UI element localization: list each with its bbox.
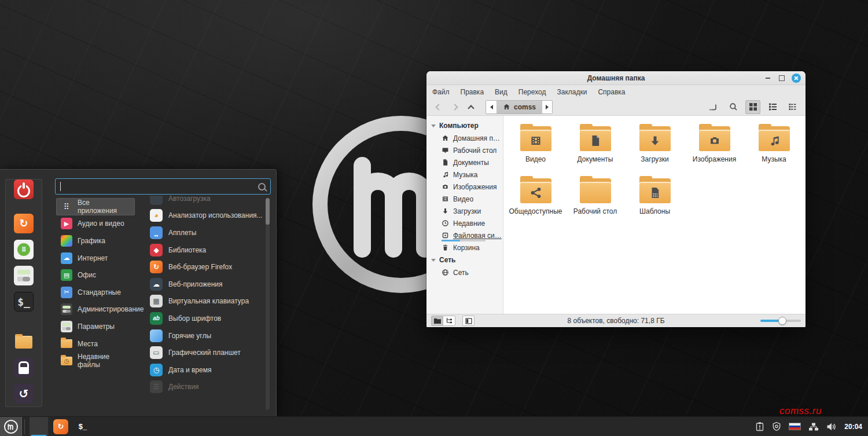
category-item[interactable]: ▶ Аудио и видео — [56, 215, 135, 233]
sidebar-place-item[interactable]: Видео — [426, 193, 503, 205]
panel-launcher[interactable]: ↻ — [52, 417, 70, 436]
category-item[interactable]: Параметры — [56, 318, 135, 335]
network-icon[interactable] — [808, 422, 819, 431]
place-icon — [442, 269, 449, 276]
application-item[interactable]: ▭ Графический планшет — [148, 344, 263, 361]
application-item[interactable]: ◆ Библиотека — [148, 241, 263, 259]
sidebar-section-network[interactable]: Сеть — [426, 254, 503, 266]
sidebar-place-item[interactable]: Рабочий стол — [426, 144, 503, 156]
mint-menu-button[interactable] — [0, 417, 22, 436]
menubar-item[interactable]: Правка — [461, 88, 484, 96]
application-item[interactable]: ◷ Дата и время — [148, 361, 263, 379]
file-view[interactable]: Видео Документы — [503, 116, 806, 314]
category-item[interactable]: Администрирование — [56, 301, 135, 318]
favorite-button[interactable] — [14, 266, 34, 285]
panel-launcher[interactable] — [30, 417, 48, 436]
clipboard-icon[interactable] — [755, 422, 764, 431]
search-input[interactable] — [60, 182, 258, 191]
application-item[interactable]: ↻ Веб-браузер Firefox — [148, 258, 263, 276]
chevron-down-icon[interactable] — [431, 259, 436, 262]
menubar-item[interactable]: Переход — [518, 88, 546, 96]
folder-tile[interactable]: Общедоступные — [506, 178, 565, 215]
sidebar-place-item[interactable]: Файловая си… — [426, 229, 503, 241]
sidebar-network-item[interactable]: Сеть — [426, 266, 503, 279]
category-item[interactable]: ✂ Стандартные — [56, 284, 135, 301]
scrollbar-thumb[interactable] — [266, 198, 270, 225]
menubar-item[interactable]: Справка — [598, 88, 625, 96]
breadcrumb-home-segment[interactable]: comss — [496, 101, 542, 113]
scrollbar[interactable] — [266, 198, 270, 410]
category-item[interactable]: Места — [56, 335, 135, 353]
application-item[interactable]: ▦ Виртуальная клавиатура — [148, 293, 263, 310]
category-item[interactable]: Графика — [56, 232, 135, 250]
application-item[interactable]: ab Выбор шрифтов — [148, 310, 263, 327]
category-icon: ▶ — [61, 218, 72, 229]
folder-tile[interactable]: Шаблоны — [625, 178, 685, 215]
minimize-button[interactable] — [764, 74, 772, 82]
folder-icon — [580, 126, 611, 151]
favorite-button[interactable] — [14, 358, 34, 378]
sidebar-place-item[interactable]: Музыка — [426, 168, 503, 181]
folder-emblem-icon — [589, 134, 602, 147]
folder-tile[interactable]: Видео — [506, 126, 565, 163]
favorite-button[interactable]: $_ — [14, 292, 34, 312]
list-view-button[interactable] — [765, 100, 780, 114]
chevron-down-icon[interactable] — [431, 124, 436, 127]
zoom-slider[interactable] — [760, 317, 801, 325]
places-sidebar: Компьютер Домашняя п… Рабочий стол — [426, 116, 503, 314]
panel-launcher[interactable]: $_ — [73, 417, 92, 436]
folder-tile[interactable]: Музыка — [744, 126, 804, 163]
application-item[interactable]: Автозагрузка — [148, 196, 263, 207]
window-titlebar[interactable]: Домашняя папка — [426, 71, 806, 85]
maximize-button[interactable] — [778, 74, 786, 82]
category-item[interactable]: ⠿ Все приложения — [56, 198, 135, 215]
folder-icon — [639, 178, 671, 203]
application-icon: ▭ — [150, 346, 163, 359]
panel-clock[interactable]: 20:04 — [844, 423, 862, 431]
back-button[interactable] — [432, 101, 445, 113]
menubar-item[interactable]: Файл — [432, 88, 450, 96]
favorite-button[interactable] — [14, 240, 34, 259]
forward-button[interactable] — [448, 101, 461, 113]
search-box[interactable] — [55, 178, 271, 195]
application-item[interactable]: ⣀ Апплеты — [148, 224, 263, 241]
breadcrumb-left-icon[interactable] — [486, 101, 496, 113]
up-button[interactable] — [465, 101, 477, 113]
sidebar-place-item[interactable]: Домашняя п… — [426, 132, 503, 144]
favorite-button[interactable]: ↺ — [14, 384, 34, 404]
application-item[interactable]: Горячие углы — [148, 327, 263, 345]
volume-icon[interactable] — [826, 422, 837, 431]
sidebar-place-item[interactable]: Документы — [426, 156, 503, 168]
menubar-item[interactable]: Закладки — [557, 88, 587, 96]
compact-view-button[interactable] — [785, 100, 800, 114]
folder-tile[interactable]: Рабочий стол — [565, 178, 625, 215]
sidebar-place-item[interactable]: Недавние — [426, 217, 503, 229]
sidebar-place-item[interactable]: Загрузки — [426, 205, 503, 217]
close-button[interactable] — [792, 74, 801, 83]
shield-icon[interactable] — [772, 422, 781, 431]
application-item[interactable]: ◕ Анализатор использования... — [148, 207, 263, 225]
search-icon[interactable] — [726, 100, 741, 114]
menubar-item[interactable]: Вид — [495, 88, 507, 96]
sidebar-place-item[interactable]: Корзина — [426, 241, 503, 254]
application-icon: ◆ — [150, 244, 163, 257]
category-item[interactable]: Недавние файлы — [56, 352, 135, 369]
sidebar-place-item[interactable]: Изображения — [426, 181, 503, 193]
breadcrumb-right-icon[interactable] — [542, 101, 552, 113]
folder-tile[interactable]: Загрузки — [625, 126, 685, 163]
favorite-button[interactable] — [14, 179, 34, 199]
grid-view-button[interactable] — [745, 100, 760, 114]
zoom-slider-handle[interactable] — [778, 317, 786, 325]
folder-tile[interactable]: Изображения — [685, 126, 744, 163]
sidebar-section-computer[interactable]: Компьютер — [426, 119, 503, 132]
favorite-button[interactable]: ↻ — [14, 214, 34, 233]
window-title: Домашняя папка — [426, 74, 806, 82]
category-item[interactable]: ☁ Интернет — [56, 250, 135, 267]
application-item[interactable]: ☰ Действия — [148, 379, 263, 396]
edit-location-icon[interactable] — [706, 100, 721, 114]
keyboard-layout-flag[interactable] — [789, 423, 801, 430]
folder-tile[interactable]: Документы — [565, 126, 625, 163]
application-item[interactable]: ☁ Веб-приложения — [148, 276, 263, 293]
category-item[interactable]: ▤ Офис — [56, 266, 135, 284]
favorite-button[interactable] — [14, 332, 34, 352]
